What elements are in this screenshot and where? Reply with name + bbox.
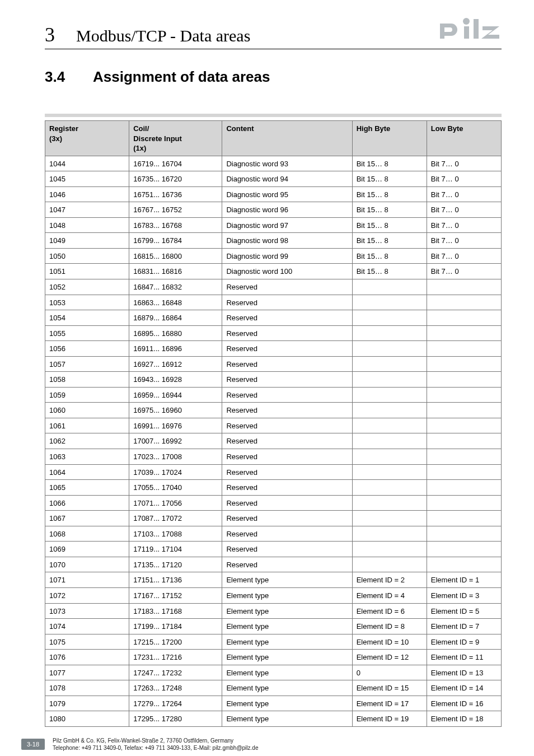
table-cell: 16959... 16944 xyxy=(129,387,222,403)
table-cell: Element ID = 3 xyxy=(427,587,501,603)
table-cell: 1066 xyxy=(45,495,129,511)
table-cell: 16863... 16848 xyxy=(129,295,222,310)
table-row: 105316863... 16848Reserved xyxy=(45,295,502,310)
table-cell: 16911... 16896 xyxy=(129,341,222,357)
table-cell: 1056 xyxy=(45,341,129,357)
table-cell: 1075 xyxy=(45,634,129,650)
table-cell: 17103... 17088 xyxy=(129,526,222,542)
table-cell: Element ID = 6 xyxy=(352,603,427,619)
table-cell: 1072 xyxy=(45,587,129,603)
table-row: 106817103... 17088Reserved xyxy=(45,526,502,542)
table-cell: 16895... 16880 xyxy=(129,325,222,341)
table-cell xyxy=(427,449,501,465)
chapter-title: Modbus/TCP - Data areas xyxy=(76,26,250,45)
table-cell xyxy=(427,356,501,372)
table-cell: 1045 xyxy=(45,171,129,187)
footer-text: Pilz GmbH & Co. KG, Felix-Wankel-Straße … xyxy=(53,737,258,752)
table-row: 104616751... 16736Diagnostic word 95Bit … xyxy=(45,186,502,202)
table-cell xyxy=(427,387,501,403)
table-row: 105916959... 16944Reserved xyxy=(45,387,502,403)
table-row: 106217007... 16992Reserved xyxy=(45,433,502,449)
table-cell: 1073 xyxy=(45,603,129,619)
th-content: Content xyxy=(222,121,352,156)
table-row: 106917119... 17104Reserved xyxy=(45,542,502,557)
table-cell: Element ID = 4 xyxy=(352,587,427,603)
table-cell: Reserved xyxy=(222,449,352,465)
table-cell: Reserved xyxy=(222,542,352,557)
table-cell xyxy=(427,372,501,388)
table-cell: Reserved xyxy=(222,557,352,572)
table-cell xyxy=(427,418,501,433)
table-row: 106116991... 16976Reserved xyxy=(45,418,502,433)
table-cell: Reserved xyxy=(222,387,352,403)
table-row: 104416719... 16704Diagnostic word 93Bit … xyxy=(45,156,502,171)
th-lowbyte: Low Byte xyxy=(427,121,501,156)
table-cell: 1071 xyxy=(45,572,129,588)
th-highbyte: High Byte xyxy=(352,121,427,156)
table-cell: 1076 xyxy=(45,650,129,665)
table-cell: 16783... 16768 xyxy=(129,217,222,233)
table-cell: 16767... 16752 xyxy=(129,202,222,218)
table-cell: Reserved xyxy=(222,526,352,542)
table-cell xyxy=(352,433,427,449)
table-cell: Element ID = 18 xyxy=(427,711,501,727)
table-cell: Element type xyxy=(222,711,352,727)
table-row: 107417199... 17184Element typeElement ID… xyxy=(45,619,502,634)
table-row: 106617071... 17056Reserved xyxy=(45,495,502,511)
table-cell xyxy=(427,511,501,526)
table-cell: 17295... 17280 xyxy=(129,711,222,727)
table-cell: 16799... 16784 xyxy=(129,233,222,249)
table-cell: 16975... 16960 xyxy=(129,403,222,418)
table-row: 105016815... 16800Diagnostic word 99Bit … xyxy=(45,248,502,264)
table-cell: 1054 xyxy=(45,310,129,326)
table-cell: Bit 7… 0 xyxy=(427,156,501,171)
table-cell: 1044 xyxy=(45,156,129,171)
table-cell: 1050 xyxy=(45,248,129,264)
section-number: 3.4 xyxy=(45,68,93,86)
table-cell xyxy=(427,495,501,511)
table-row: 106016975... 16960Reserved xyxy=(45,403,502,418)
table-cell: 17087... 17072 xyxy=(129,511,222,526)
table-cell: 1068 xyxy=(45,526,129,542)
table-cell: 16943... 16928 xyxy=(129,372,222,388)
table-cell: Reserved xyxy=(222,403,352,418)
table-cell: 1057 xyxy=(45,356,129,372)
table-cell: 16751... 16736 xyxy=(129,186,222,202)
table-cell: Reserved xyxy=(222,356,352,372)
table-cell xyxy=(352,495,427,511)
table-row: 105416879... 16864Reserved xyxy=(45,310,502,326)
table-row: 105216847... 16832Reserved xyxy=(45,279,502,295)
table-cell xyxy=(427,403,501,418)
table-cell xyxy=(427,310,501,326)
table-cell: Element type xyxy=(222,603,352,619)
table-row: 107717247... 17232Element type0Element I… xyxy=(45,665,502,680)
table-row: 105516895... 16880Reserved xyxy=(45,325,502,341)
table-cell: Bit 15… 8 xyxy=(352,186,427,202)
svg-rect-2 xyxy=(464,26,469,39)
table-cell: 16927... 16912 xyxy=(129,356,222,372)
table-cell xyxy=(427,325,501,341)
table-cell: 0 xyxy=(352,665,427,680)
table-top-bar xyxy=(45,114,502,117)
table-cell: 1079 xyxy=(45,696,129,711)
table-cell: Element ID = 9 xyxy=(427,634,501,650)
table-cell xyxy=(352,418,427,433)
table-cell xyxy=(352,279,427,295)
table-cell: Reserved xyxy=(222,341,352,357)
table-cell: Bit 15… 8 xyxy=(352,264,427,279)
table-cell: 1047 xyxy=(45,202,129,218)
table-cell: 17263... 17248 xyxy=(129,680,222,696)
table-cell: Element type xyxy=(222,665,352,680)
table-cell: Element type xyxy=(222,650,352,665)
table-cell: Reserved xyxy=(222,295,352,310)
table-cell: Diagnostic word 98 xyxy=(222,233,352,249)
table-row: 104816783... 16768Diagnostic word 97Bit … xyxy=(45,217,502,233)
table-cell: 17199... 17184 xyxy=(129,619,222,634)
table-cell xyxy=(352,526,427,542)
table-cell: Element type xyxy=(222,587,352,603)
table-cell: 16831... 16816 xyxy=(129,264,222,279)
table-row: 106517055... 17040Reserved xyxy=(45,480,502,496)
table-cell xyxy=(352,480,427,496)
table-cell: 1051 xyxy=(45,264,129,279)
table-row: 107217167... 17152Element typeElement ID… xyxy=(45,587,502,603)
